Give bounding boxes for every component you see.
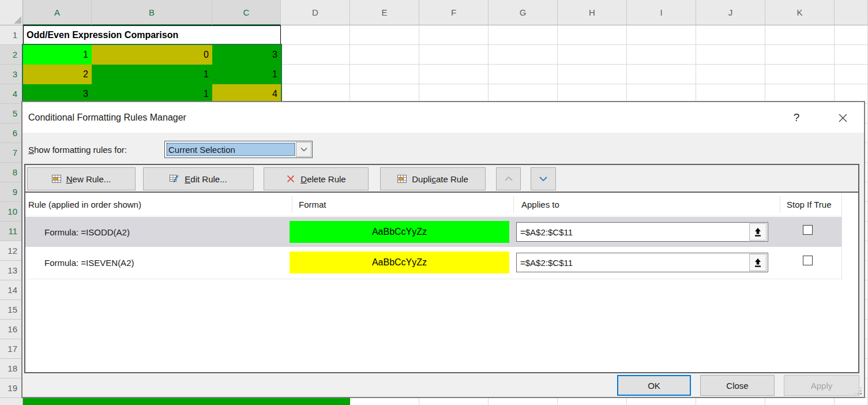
cell-E1[interactable] (350, 25, 419, 45)
cell-G1[interactable] (489, 25, 558, 45)
cell-x2[interactable] (835, 45, 868, 65)
cell-J3[interactable] (696, 65, 765, 84)
row-header-1[interactable]: 1 (0, 25, 23, 45)
move-rule-up-button[interactable] (496, 167, 521, 190)
column-header-F[interactable]: F (419, 0, 489, 25)
cell-title-A1[interactable]: Odd/Even Expression Comparison (23, 25, 281, 45)
row-header-8[interactable]: 8 (0, 163, 23, 182)
apply-button[interactable]: Apply (784, 375, 859, 396)
row-header-20[interactable]: 20 (0, 398, 23, 405)
row-header-10[interactable]: 10 (0, 202, 23, 222)
cell-C2[interactable]: 3 (212, 45, 281, 65)
collapse-dialog-button[interactable] (749, 254, 766, 271)
column-header-J[interactable]: J (696, 0, 765, 25)
collapse-dialog-button[interactable] (749, 223, 766, 241)
cell-G20[interactable] (489, 398, 558, 405)
row-header-9[interactable]: 9 (0, 182, 23, 202)
cell-D1[interactable] (281, 25, 350, 45)
ok-button[interactable]: OK (617, 375, 691, 396)
cell-x20[interactable] (835, 398, 868, 405)
row-header-18[interactable]: 18 (0, 359, 23, 378)
row-header-3[interactable]: 3 (0, 65, 23, 84)
cell-x3[interactable] (835, 65, 868, 84)
column-header-E[interactable]: E (350, 0, 419, 25)
row-header-2[interactable]: 2 (0, 45, 23, 65)
cell-I1[interactable] (627, 25, 696, 45)
cell-D3[interactable] (281, 65, 350, 84)
column-header-I[interactable]: I (627, 0, 696, 25)
cell-D20[interactable] (281, 398, 350, 405)
row-header-11[interactable]: 11 (0, 222, 23, 241)
cell-F20[interactable] (419, 398, 489, 405)
row-header-13[interactable]: 13 (0, 261, 23, 280)
select-all-corner[interactable] (0, 0, 23, 25)
cell-G3[interactable] (489, 65, 558, 84)
cell-G2[interactable] (489, 45, 558, 65)
cell-E3[interactable] (350, 65, 419, 84)
row-header-19[interactable]: 19 (0, 378, 23, 398)
cell-K1[interactable] (765, 25, 835, 45)
help-button[interactable]: ? (787, 108, 806, 127)
cell-B2[interactable]: 0 (92, 45, 212, 65)
cell-K3[interactable] (765, 65, 835, 84)
cell-K2[interactable] (765, 45, 835, 65)
cell-J1[interactable] (696, 25, 765, 45)
cell-F2[interactable] (419, 45, 489, 65)
applies-to-input[interactable] (516, 222, 768, 242)
cell-H2[interactable] (558, 45, 627, 65)
cell-x1[interactable] (835, 25, 868, 45)
cell-B20[interactable] (92, 398, 212, 405)
applies-to-input[interactable] (516, 253, 768, 272)
cell-D2[interactable] (281, 45, 350, 65)
cell-C20[interactable] (212, 398, 281, 405)
cell-H3[interactable] (558, 65, 627, 84)
close-dialog-button[interactable]: Close (700, 375, 775, 396)
stop-if-true-checkbox[interactable] (803, 225, 813, 235)
column-header-K[interactable]: K (765, 0, 835, 25)
cell-K20[interactable] (765, 398, 835, 405)
cell-F1[interactable] (419, 25, 489, 45)
column-header-A[interactable]: A (23, 0, 92, 25)
row-header-5[interactable]: 5 (0, 104, 23, 123)
row-header-15[interactable]: 15 (0, 300, 23, 320)
column-header-C[interactable]: C (212, 0, 281, 25)
resize-grip[interactable] (854, 387, 862, 395)
rule-row-iseven[interactable]: Formula: =ISEVEN(A2) AaBbCcYyZz (25, 247, 841, 278)
new-rule-button[interactable]: New Rule... (27, 167, 136, 190)
dropdown-arrow-button[interactable] (296, 142, 311, 157)
row-header-16[interactable]: 16 (0, 320, 23, 339)
row-header-14[interactable]: 14 (0, 280, 23, 300)
column-header-B[interactable]: B (92, 0, 212, 25)
close-button[interactable] (833, 108, 852, 127)
cell-F3[interactable] (419, 65, 489, 84)
cell-J2[interactable] (696, 45, 765, 65)
column-header-partial[interactable] (835, 0, 868, 25)
cell-B3[interactable]: 1 (92, 65, 212, 84)
rule-row-isodd[interactable]: Formula: =ISODD(A2) AaBbCcYyZz (25, 217, 841, 247)
row-header-4[interactable]: 4 (0, 84, 23, 104)
column-header-D[interactable]: D (281, 0, 350, 25)
cell-E20[interactable] (350, 398, 419, 405)
show-rules-for-dropdown[interactable]: Current Selection (164, 141, 313, 158)
cell-I2[interactable] (627, 45, 696, 65)
move-rule-down-button[interactable] (531, 167, 556, 190)
row-header-7[interactable]: 7 (0, 143, 23, 163)
cell-J20[interactable] (696, 398, 765, 405)
cell-H1[interactable] (558, 25, 627, 45)
row-header-17[interactable]: 17 (0, 339, 23, 359)
edit-rule-button[interactable]: Edit Rule... (143, 167, 254, 190)
cell-C3[interactable]: 1 (212, 65, 281, 84)
delete-rule-button[interactable]: Delete Rule (264, 167, 369, 190)
cell-H20[interactable] (558, 398, 627, 405)
column-header-H[interactable]: H (558, 0, 627, 25)
duplicate-rule-button[interactable]: Duplicate Rule (380, 167, 486, 190)
cell-E2[interactable] (350, 45, 419, 65)
cell-I20[interactable] (627, 398, 696, 405)
cell-A3[interactable]: 2 (23, 65, 92, 84)
cell-I3[interactable] (627, 65, 696, 84)
row-header-6[interactable]: 6 (0, 123, 23, 143)
row-header-12[interactable]: 12 (0, 241, 23, 261)
cell-A20[interactable] (23, 398, 92, 405)
column-header-G[interactable]: G (489, 0, 558, 25)
stop-if-true-checkbox[interactable] (803, 256, 813, 265)
